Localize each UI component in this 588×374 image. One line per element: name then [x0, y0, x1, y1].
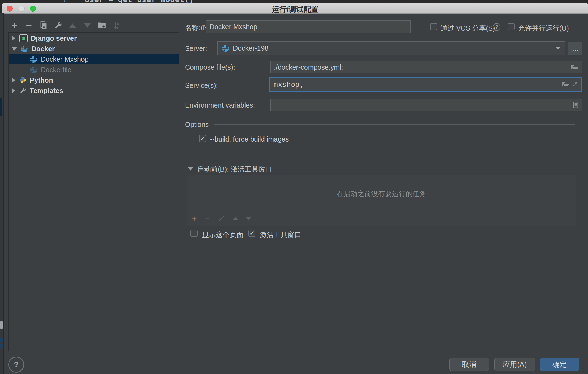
services-label: Service(s):: [185, 82, 218, 90]
tree-item-label: Docker: [31, 45, 55, 53]
environment-label: Environment variables:: [185, 101, 255, 109]
tree-item-label: Dockerfile: [41, 66, 71, 74]
move-task-down-button[interactable]: [246, 217, 251, 220]
move-up-button[interactable]: [68, 20, 77, 30]
help-icon[interactable]: ?: [493, 23, 500, 31]
tree-item-python[interactable]: Python: [9, 75, 179, 85]
editor-guide-line: [80, 0, 80, 3]
stripe-fragment: [0, 344, 3, 348]
tree-item-dockerfile[interactable]: Dockerfile: [9, 64, 179, 75]
run-debug-configurations-dialog: 7 User = get_user_model() 运行/调试配置 + −: [0, 0, 588, 374]
configurations-toolbar: + − a z: [10, 20, 121, 31]
move-task-up-button[interactable]: [233, 217, 238, 220]
services-value: mxshop,: [274, 80, 304, 89]
tree-item-templates[interactable]: Templates: [9, 85, 179, 96]
before-launch-label[interactable]: 启动前(B): 激活工具窗口: [197, 165, 272, 174]
sort-configurations-button[interactable]: a z: [112, 20, 121, 30]
tree-item-django-server[interactable]: dj Django server: [9, 33, 179, 44]
show-page-label: 显示这个页面: [202, 230, 243, 239]
plus-icon: +: [11, 21, 17, 29]
add-configuration-button[interactable]: +: [10, 20, 19, 30]
background-editor-strip: 7 User = get_user_model(): [0, 0, 588, 3]
docker-icon: [21, 45, 28, 52]
apply-button[interactable]: 应用(A): [494, 358, 535, 371]
before-launch-task-list[interactable]: 在启动之前没有要运行的任务: [187, 175, 576, 212]
chevron-right-icon[interactable]: [12, 88, 15, 93]
wrench-icon: [54, 21, 62, 29]
docker-icon: [30, 66, 37, 73]
docker-icon: [30, 56, 37, 63]
build-option-label: --build, force build images: [210, 135, 289, 143]
stripe-fragment: [0, 321, 3, 329]
docker-icon: [222, 45, 230, 52]
wrench-icon: [19, 87, 26, 94]
show-page-checkbox[interactable]: [190, 230, 198, 237]
ok-button[interactable]: 确定: [540, 358, 579, 371]
collapse-triangle-icon[interactable]: [188, 167, 193, 171]
task-list-toolbar: + −: [187, 212, 576, 226]
svg-text:a: a: [117, 21, 119, 25]
share-vcs-label: 通过 VCS 分享(S): [440, 24, 495, 33]
remove-task-button[interactable]: −: [205, 215, 210, 223]
text-caret: [305, 80, 305, 89]
move-down-button[interactable]: [83, 20, 92, 30]
configurations-tree: dj Django server Docker: [8, 32, 179, 351]
environment-input[interactable]: [270, 99, 582, 111]
pencil-icon: [218, 215, 225, 222]
list-editor-icon[interactable]: [573, 101, 578, 109]
compose-files-label: Compose file(s):: [185, 63, 235, 71]
name-value: Docker Mxshop: [209, 23, 257, 31]
editor-line-number: 7: [63, 0, 67, 3]
tree-item-docker-mxshop[interactable]: Docker Mxshop: [9, 54, 179, 64]
open-folder-icon[interactable]: [571, 64, 578, 70]
compose-files-input[interactable]: ./docker-compose.yml;: [270, 61, 582, 73]
server-label: Server:: [185, 45, 207, 53]
cancel-button[interactable]: 取消: [449, 358, 489, 371]
options-section-label: Options: [185, 121, 209, 129]
expand-icon[interactable]: [571, 81, 578, 88]
tree-item-label: Templates: [30, 87, 63, 95]
dialog-title: 运行/调试配置: [2, 4, 588, 14]
sort-az-icon: a z: [113, 21, 120, 29]
edit-defaults-button[interactable]: [54, 20, 62, 30]
minus-icon: −: [26, 21, 32, 29]
services-input[interactable]: mxshop,: [270, 77, 582, 92]
server-browse-button[interactable]: ...: [568, 42, 582, 55]
no-tasks-text: 在启动之前没有要运行的任务: [337, 189, 426, 198]
share-vcs-checkbox[interactable]: [430, 23, 437, 30]
edit-task-button[interactable]: [218, 215, 225, 222]
folder-add-icon: [98, 22, 106, 29]
open-folder-icon[interactable]: [562, 81, 569, 88]
build-option-checkbox[interactable]: [199, 135, 206, 142]
editor-code-text: User = get_user_model(): [85, 0, 194, 3]
server-value: Docker-198: [233, 44, 268, 52]
help-button[interactable]: ?: [8, 357, 24, 373]
tree-item-docker[interactable]: Docker: [9, 44, 179, 54]
allow-parallel-checkbox[interactable]: [508, 23, 515, 30]
tree-item-label: Python: [30, 76, 53, 84]
chevron-down-icon[interactable]: [12, 47, 17, 51]
copy-configuration-button[interactable]: [39, 20, 48, 30]
options-separator: [214, 124, 575, 125]
add-task-button[interactable]: +: [191, 215, 197, 223]
chevron-right-icon[interactable]: [12, 78, 15, 83]
stripe-fragment: [0, 338, 3, 342]
ide-tool-stripe: [0, 13, 4, 374]
activate-tool-window-label: 激活工具窗口: [260, 230, 301, 239]
remove-configuration-button[interactable]: −: [24, 20, 33, 30]
activate-tool-window-checkbox[interactable]: [248, 230, 255, 237]
copy-icon: [40, 21, 47, 29]
python-icon: [19, 77, 26, 84]
svg-text:z: z: [117, 26, 118, 29]
allow-parallel-label: 允许并行运行(U): [518, 24, 569, 33]
new-folder-button[interactable]: [97, 20, 106, 30]
dropdown-caret-icon: [556, 47, 560, 50]
before-launch-separator: [276, 169, 575, 169]
server-select[interactable]: Docker-198: [217, 41, 565, 55]
name-input[interactable]: Docker Mxshop: [206, 20, 411, 33]
django-icon: dj: [19, 34, 28, 42]
tree-item-label: Docker Mxshop: [41, 55, 89, 63]
compose-files-value: ./docker-compose.yml;: [274, 63, 343, 71]
chevron-right-icon[interactable]: [12, 36, 15, 41]
dialog-titlebar: 运行/调试配置: [2, 3, 588, 14]
